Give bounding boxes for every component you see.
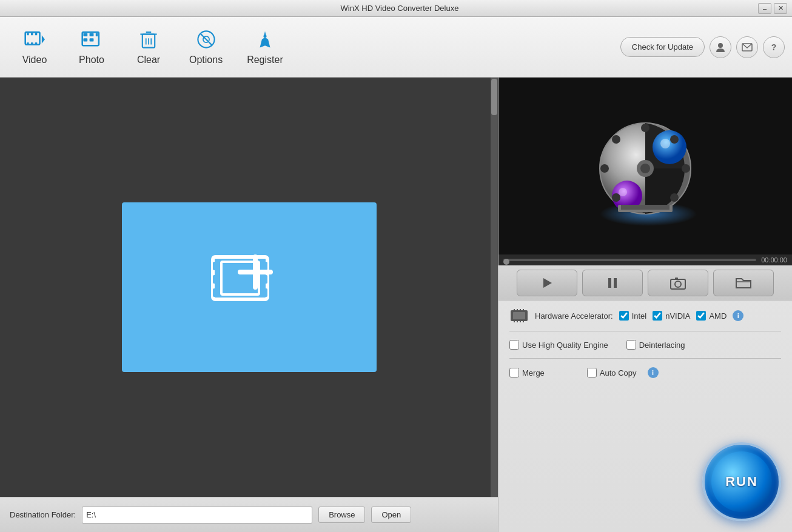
svg-rect-3 [35,32,37,35]
svg-rect-31 [259,275,267,284]
auto-copy-info-icon[interactable]: i [648,367,659,378]
auto-copy-checkbox-label[interactable]: Auto Copy [587,368,637,377]
svg-point-44 [640,164,650,173]
scrollbar-thumb[interactable] [491,79,497,115]
video-area[interactable] [0,78,498,497]
open-button[interactable]: Open [371,507,411,523]
nvidia-checkbox[interactable] [653,311,662,321]
pause-icon [605,276,620,290]
video-icon [22,29,47,50]
auto-copy-label: Auto Copy [600,368,637,377]
deinterlace-label: Deinterlacing [639,341,685,350]
svg-rect-28 [213,275,221,284]
intel-checkbox-label[interactable]: Intel [619,311,647,321]
amd-checkbox[interactable] [696,311,706,321]
svg-rect-29 [213,288,221,297]
scrollbar-vertical[interactable] [491,78,498,497]
svg-point-39 [653,130,686,164]
controls-bar [498,265,792,301]
nvidia-checkbox-label[interactable]: nVIDIA [653,311,690,321]
seek-bar[interactable]: 00:00:00 [498,254,792,265]
seek-time: 00:00:00 [761,256,787,264]
hw-accel-info-icon[interactable]: i [733,310,743,321]
svg-point-47 [600,164,609,173]
clear-icon [136,29,161,50]
pause-button[interactable] [582,270,643,296]
merge-checkbox-label[interactable]: Merge [509,368,545,377]
deinterlace-checkbox[interactable] [626,340,636,350]
preview-area: 00:00:00 [498,78,792,265]
photo-button[interactable]: Photo [64,23,119,71]
bottom-bar: Destination Folder: E:\ Browse Open [0,497,498,532]
browse-button[interactable]: Browse [318,507,365,523]
intel-label: Intel [632,311,647,321]
auto-copy-checkbox[interactable] [587,368,597,377]
merge-checkbox[interactable] [509,368,519,377]
user-icon [715,42,726,53]
hw-accel-row: Hardware Accelerator: Intel nVIDIA AMD i [509,309,781,322]
svg-point-24 [718,43,723,48]
play-icon [540,276,554,290]
right-panel: 00:00:00 [498,78,792,532]
high-quality-checkbox[interactable] [509,340,519,350]
svg-rect-5 [31,42,33,44]
app-title: WinX HD Video Converter Deluxe [41,4,758,13]
close-button[interactable]: ✕ [774,3,787,14]
options-area: Hardware Accelerator: Intel nVIDIA AMD i [498,301,792,419]
seek-track[interactable] [503,259,756,261]
svg-point-42 [619,188,627,196]
photo-icon [79,29,104,50]
svg-rect-1 [27,32,29,35]
dest-folder-input[interactable]: E:\ [82,507,312,524]
video-button[interactable]: Video [7,23,62,71]
options-icon [194,29,218,50]
separator-1 [509,331,781,331]
quality-row: Use High Quality Engine Deinterlacing [509,340,781,350]
dest-folder-label: Destination Folder: [10,510,76,519]
clear-button[interactable]: Clear [121,23,176,71]
add-video-icon [201,239,298,336]
user-icon-button[interactable] [710,36,731,58]
main-content: Destination Folder: E:\ Browse Open [0,78,792,532]
minimize-button[interactable]: – [758,3,771,14]
svg-rect-62 [513,312,525,319]
play-button[interactable] [517,270,577,296]
svg-rect-9 [83,33,87,36]
svg-rect-27 [213,262,221,270]
photo-label: Photo [79,55,104,65]
options-button[interactable]: Options [178,23,233,71]
svg-point-23 [263,35,266,38]
svg-point-49 [612,135,620,144]
register-label: Register [247,55,283,65]
svg-marker-7 [42,35,45,44]
check-update-button[interactable]: Check for Update [620,37,705,57]
help-icon-button[interactable]: ? [763,36,785,58]
separator-2 [509,358,781,359]
email-icon-button[interactable] [736,36,758,58]
run-button[interactable]: RUN [702,442,781,521]
screenshot-button[interactable] [648,270,708,296]
svg-rect-6 [35,42,37,44]
video-drop-zone[interactable] [122,202,377,372]
svg-point-48 [682,164,690,173]
svg-rect-54 [621,205,670,210]
high-quality-checkbox-label[interactable]: Use High Quality Engine [509,340,608,350]
intel-checkbox[interactable] [619,311,629,321]
amd-checkbox-label[interactable]: AMD [696,311,727,321]
high-quality-label: Use High Quality Engine [522,341,608,350]
open-folder-button[interactable] [713,270,774,296]
left-panel: Destination Folder: E:\ Browse Open [0,78,498,532]
svg-rect-13 [96,33,98,36]
merge-row: Merge Auto Copy i [509,367,781,378]
deinterlace-checkbox-label[interactable]: Deinterlacing [626,340,685,350]
hw-accel-label: Hardware Accelerator: [535,311,613,321]
svg-point-59 [675,281,681,287]
register-button[interactable]: Register [236,23,294,71]
seek-thumb[interactable] [503,259,509,265]
register-icon [253,29,277,50]
amd-label: AMD [709,311,727,321]
svg-rect-4 [27,42,29,44]
svg-rect-10 [90,33,94,36]
svg-point-45 [641,124,649,132]
nvidia-label: nVIDIA [665,311,690,321]
